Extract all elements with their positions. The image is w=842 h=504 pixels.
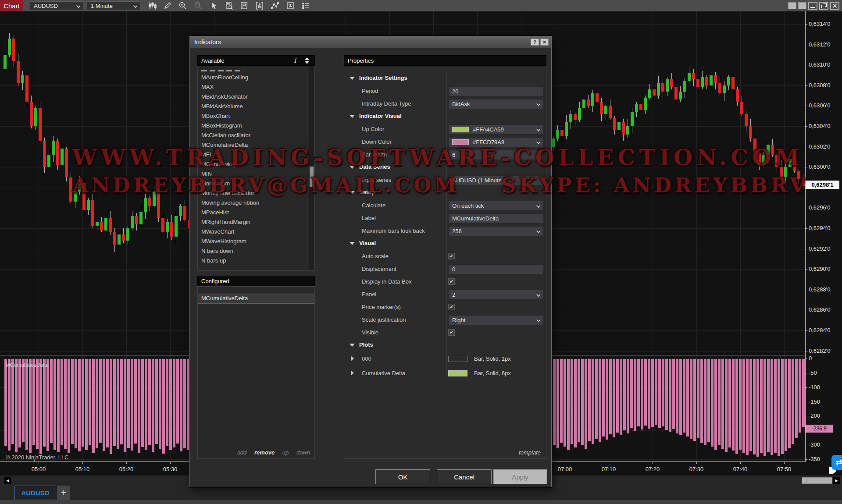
apply-button[interactable]: Apply bbox=[493, 469, 547, 484]
remove-link[interactable]: remove bbox=[254, 449, 275, 456]
app-button-1[interactable] bbox=[788, 2, 796, 9]
minimize-button[interactable] bbox=[808, 2, 817, 10]
interval-select[interactable]: 1 Minute bbox=[87, 1, 140, 10]
property-checkbox[interactable]: ✔ bbox=[448, 278, 455, 285]
up-link[interactable]: up bbox=[282, 449, 289, 456]
restore-button[interactable] bbox=[819, 2, 828, 10]
dialog-close-button[interactable]: ✕ bbox=[540, 39, 549, 46]
available-list-item[interactable]: MBoxChart bbox=[198, 111, 314, 121]
zoom-out-icon[interactable] bbox=[193, 1, 204, 11]
plot-row[interactable]: Cumulative DeltaBar, Solid, 6px bbox=[344, 366, 546, 381]
app-button-2[interactable] bbox=[798, 2, 806, 9]
property-checkbox[interactable]: ✔ bbox=[448, 253, 455, 259]
cancel-button[interactable]: Cancel bbox=[437, 469, 492, 484]
data-box-icon[interactable] bbox=[223, 1, 235, 11]
available-list-item[interactable]: MIN bbox=[198, 169, 314, 179]
properties-section-header[interactable]: Setup bbox=[344, 187, 546, 199]
close-button[interactable]: ✕ bbox=[830, 2, 839, 10]
plot-row[interactable]: 000Bar, Solid, 1px bbox=[344, 352, 546, 366]
down-link[interactable]: down bbox=[296, 449, 310, 456]
property-textbox[interactable]: 6 bbox=[448, 150, 544, 160]
property-dropdown[interactable]: 2 bbox=[448, 290, 544, 300]
available-list-item[interactable]: Momentum bbox=[198, 179, 314, 188]
available-list-item[interactable]: MRightHandMargin bbox=[198, 217, 314, 227]
available-list-item[interactable]: MAX bbox=[198, 82, 314, 92]
scroll-down-icon[interactable] bbox=[305, 61, 309, 64]
candle bbox=[674, 87, 678, 99]
available-list-item[interactable]: MWaveChart bbox=[198, 227, 314, 237]
property-dropdown[interactable]: On each tick bbox=[448, 201, 544, 211]
property-textbox[interactable]: 20 bbox=[448, 86, 544, 96]
property-dropdown[interactable]: Right bbox=[448, 315, 544, 325]
configured-header-label: Configured bbox=[201, 278, 229, 284]
available-list-item[interactable]: N bars up bbox=[198, 256, 314, 266]
available-list-item[interactable]: MBidAskVolume bbox=[198, 102, 314, 111]
available-header-label: Available bbox=[201, 57, 225, 64]
properties-icon[interactable] bbox=[300, 1, 311, 11]
available-list-item[interactable]: N bars down bbox=[198, 246, 314, 256]
teamviewer-icon[interactable]: ⇄ bbox=[831, 455, 842, 470]
delta-bar bbox=[778, 359, 780, 456]
available-list[interactable]: MAutoFloorCeilingMAXMBidAskOscillatorMBi… bbox=[197, 66, 315, 271]
properties-section-header[interactable]: Indicator Visual bbox=[344, 110, 546, 123]
property-textbox[interactable]: AUDUSD (1 Minute) bbox=[448, 175, 544, 185]
property-dropdown[interactable]: BidAsk bbox=[448, 99, 544, 109]
available-list-item[interactable]: MGannSwing bbox=[198, 160, 314, 169]
tab-audusd[interactable]: AUDUSD bbox=[14, 486, 56, 500]
zoom-in-icon[interactable] bbox=[177, 1, 189, 11]
expand-triangle-icon[interactable] bbox=[351, 356, 354, 361]
scroll-up-icon[interactable] bbox=[305, 57, 309, 60]
scroll-left-button[interactable]: ◀ bbox=[4, 477, 11, 484]
available-list-item[interactable]: MPaceHist bbox=[198, 208, 314, 217]
info-icon[interactable]: i bbox=[294, 57, 296, 64]
available-list-item[interactable]: MWaveHistogram bbox=[198, 237, 314, 246]
available-scrollbar-thumb[interactable] bbox=[310, 167, 314, 187]
available-list-item[interactable]: Money flow oscillator bbox=[198, 188, 314, 198]
property-checkbox[interactable]: ✔ bbox=[448, 304, 455, 310]
scrollbar-thumb[interactable] bbox=[802, 477, 832, 484]
drawing-tools-icon[interactable] bbox=[162, 1, 173, 11]
template-link[interactable]: template bbox=[519, 449, 541, 456]
property-textbox[interactable]: #FFCD79A8 bbox=[448, 137, 544, 147]
configured-list[interactable]: MCumulativeDelta add remove up down bbox=[197, 286, 315, 459]
available-list-item[interactable]: MAutoFloorCeiling bbox=[198, 73, 314, 82]
list-scroll-spinner[interactable] bbox=[305, 57, 309, 64]
properties-section-header[interactable]: Data Series bbox=[344, 161, 546, 174]
scroll-right-button[interactable]: ▶ bbox=[833, 477, 840, 484]
property-dropdown[interactable]: 256 bbox=[448, 226, 544, 236]
expand-triangle-icon[interactable] bbox=[351, 370, 354, 376]
available-list-item[interactable]: Moving average ribbon bbox=[198, 198, 314, 208]
property-textbox[interactable]: 0 bbox=[448, 264, 544, 274]
available-list-item[interactable]: MCumulativeDelta bbox=[198, 140, 314, 150]
properties-section-header[interactable]: Indicator Settings bbox=[344, 72, 546, 85]
available-list-item[interactable]: McClellan oscillator bbox=[198, 131, 314, 140]
indicators-icon[interactable] bbox=[254, 1, 265, 11]
properties-section-header[interactable]: Plots bbox=[344, 339, 546, 352]
delta-bar bbox=[658, 359, 661, 428]
property-textbox[interactable]: MCumulativeDelta bbox=[448, 213, 544, 224]
dialog-titlebar[interactable]: Indicators ? ✕ bbox=[190, 36, 551, 48]
draw-line-icon[interactable] bbox=[269, 1, 281, 11]
property-row: Bar Width6 bbox=[344, 149, 546, 161]
strategies-icon[interactable] bbox=[285, 1, 296, 11]
add-link[interactable]: add bbox=[237, 449, 247, 456]
instrument-select[interactable]: AUDUSD bbox=[30, 1, 83, 10]
available-list-item[interactable]: MFI bbox=[198, 150, 314, 160]
chart-style-icon[interactable] bbox=[146, 1, 158, 11]
available-list-scrollbar[interactable] bbox=[309, 66, 314, 270]
cursor-icon[interactable] bbox=[208, 1, 219, 11]
property-label: Maximum bars look back bbox=[362, 227, 425, 234]
available-list-item[interactable]: MBoxHistogram bbox=[198, 121, 314, 131]
property-checkbox[interactable]: ✔ bbox=[448, 329, 455, 336]
properties-section-header[interactable]: Visual bbox=[344, 238, 546, 250]
chart-trader-icon[interactable] bbox=[239, 1, 250, 11]
ok-button[interactable]: OK bbox=[375, 469, 430, 484]
property-textbox[interactable]: #FFA4CA59 bbox=[448, 124, 544, 135]
available-list-item[interactable]: MBidAskOscillator bbox=[198, 92, 314, 102]
candle bbox=[745, 114, 748, 126]
property-label: Period bbox=[362, 88, 378, 94]
configured-item-selected[interactable]: MCumulativeDelta bbox=[198, 293, 314, 304]
dialog-help-button[interactable]: ? bbox=[531, 39, 539, 46]
candle bbox=[4, 55, 7, 69]
add-tab-button[interactable]: + bbox=[57, 486, 70, 500]
